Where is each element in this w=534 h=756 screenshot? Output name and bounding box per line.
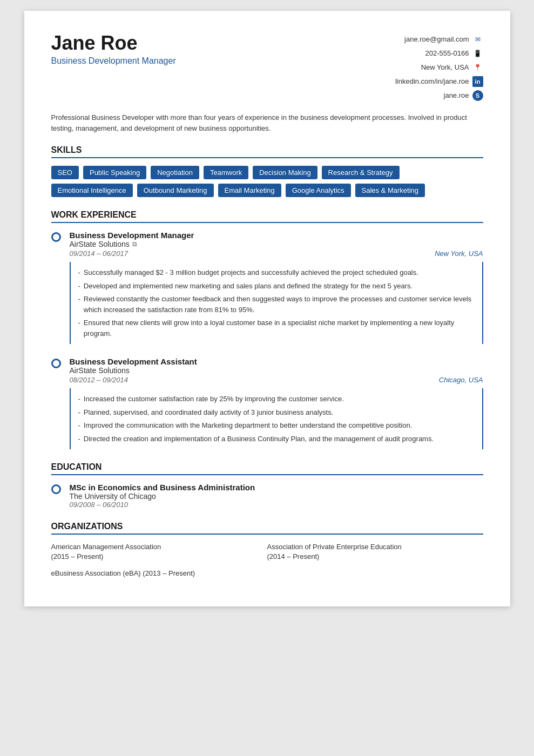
job-bullets: -Increased the customer satisfaction rat… (70, 388, 483, 449)
email-row: jane.roe@gmail.com ✉ (395, 32, 483, 46)
skill-tag: Google Analytics (286, 184, 351, 197)
job-bullet: -Increased the customer satisfaction rat… (78, 394, 475, 404)
phone-row: 202-555-0166 📱 (395, 46, 483, 60)
edu-degree: MSc in Economics and Business Administra… (70, 483, 255, 492)
job-content: Business Development AssistantAirState S… (70, 357, 483, 449)
bullet-text: Increased the customer satisfaction rate… (84, 394, 344, 404)
bullet-text: Reviewed constantly the customer feedbac… (84, 294, 475, 315)
skype-row: jane.roe S (395, 89, 483, 103)
candidate-name: Jane Roe (51, 32, 176, 54)
job-location: New York, USA (435, 249, 483, 258)
job-dot (51, 359, 61, 368)
skill-tag: Research & Strategy (322, 166, 400, 179)
job-entry: Business Development ManagerAirState Sol… (51, 231, 483, 344)
skype-icon: S (472, 90, 483, 101)
location-icon: 📍 (472, 62, 483, 73)
phone-icon: 📱 (472, 48, 483, 59)
resume-document: Jane Roe Business Development Manager ja… (24, 11, 510, 606)
jobs-container: Business Development ManagerAirState Sol… (51, 231, 483, 449)
bullet-dash: - (78, 294, 80, 315)
bullet-dash: - (78, 267, 80, 278)
external-link-icon: ⧉ (132, 240, 137, 248)
education-section: EDUCATION MSc in Economics and Business … (51, 462, 483, 509)
email-text: jane.roe@gmail.com (404, 32, 469, 46)
header-left: Jane Roe Business Development Manager (51, 32, 176, 66)
skype-text: jane.roe (444, 89, 469, 103)
job-bullet: -Reviewed constantly the customer feedba… (78, 294, 475, 315)
job-dates: 08/2012 – 09/2014 (70, 376, 128, 384)
location-text: New York, USA (421, 60, 469, 75)
edu-dot (51, 484, 61, 494)
skill-tag: Negotiation (151, 166, 199, 179)
work-experience-section: WORK EXPERIENCE Business Development Man… (51, 210, 483, 449)
skill-tag: Teamwork (204, 166, 248, 179)
edu-container: MSc in Economics and Business Administra… (51, 483, 483, 509)
job-company: AirState Solutions⧉ (70, 240, 483, 248)
bullet-dash: - (78, 434, 80, 444)
linkedin-row: linkedin.com/in/jane.roe in (395, 75, 483, 89)
skill-tag: Outbound Marketing (137, 184, 214, 197)
linkedin-text: linkedin.com/in/jane.roe (395, 75, 469, 89)
linkedin-icon: in (472, 76, 483, 87)
education-title: EDUCATION (51, 462, 483, 475)
contact-info: jane.roe@gmail.com ✉ 202-555-0166 📱 New … (395, 32, 483, 103)
skill-tag: Decision Making (253, 166, 317, 179)
job-entry: Business Development AssistantAirState S… (51, 357, 483, 449)
edu-content: MSc in Economics and Business Administra… (70, 483, 255, 509)
org-item: Association of Private Enterprise Educat… (267, 542, 483, 562)
bullet-dash: - (78, 407, 80, 418)
edu-school: The University of Chicago (70, 492, 255, 501)
email-icon: ✉ (472, 34, 483, 45)
bullet-text: Planned, supervised, and coordinated dai… (84, 407, 334, 418)
job-bullet: -Ensured that new clients will grow into… (78, 318, 475, 339)
orgs-col1: American Management Association(2015 – P… (51, 542, 267, 569)
job-dates-row: 08/2012 – 09/2014Chicago, USA (70, 376, 483, 384)
skill-tag: Emotional Intelligence (51, 184, 133, 197)
header-section: Jane Roe Business Development Manager ja… (51, 32, 483, 103)
job-dates-row: 09/2014 – 06/2017New York, USA (70, 249, 483, 258)
job-bullet: -Improved the communication with the Mar… (78, 420, 475, 431)
edu-dates: 09/2008 – 06/2010 (70, 501, 255, 509)
skills-tags-container: SEOPublic SpeakingNegotiationTeamworkDec… (51, 166, 483, 197)
bullet-dash: - (78, 420, 80, 431)
bullet-text: Directed the creation and implementation… (84, 434, 434, 444)
job-dot-col (51, 231, 61, 344)
bullet-text: Ensured that new clients will grow into … (84, 318, 475, 339)
candidate-title: Business Development Manager (51, 56, 176, 66)
job-bullet: -Successfully managed $2 - 3 million bud… (78, 267, 475, 278)
job-company: AirState Solutions (70, 366, 483, 375)
edu-dot-col (51, 483, 61, 509)
summary-text: Professional Business Developer with mor… (51, 113, 467, 132)
job-dot-col (51, 357, 61, 449)
org-item: American Management Association(2015 – P… (51, 542, 267, 562)
bullet-dash: - (78, 281, 80, 292)
bullet-text: Developed and implemented new marketing … (84, 281, 413, 292)
skill-tag: SEO (51, 166, 79, 179)
org-item-full: eBusiness Association (eBA) (2013 – Pres… (51, 569, 483, 577)
job-bullets: -Successfully managed $2 - 3 million bud… (70, 262, 483, 344)
job-bullet: -Planned, supervised, and coordinated da… (78, 407, 475, 418)
bullet-text: Improved the communication with the Mark… (84, 420, 412, 431)
edu-entry: MSc in Economics and Business Administra… (51, 483, 483, 509)
skill-tag: Sales & Marketing (355, 184, 425, 197)
job-bullet: -Directed the creation and implementatio… (78, 434, 475, 444)
bullet-text: Successfully managed $2 - 3 million budg… (84, 267, 418, 278)
orgs-col2: Association of Private Enterprise Educat… (267, 542, 483, 569)
skills-section: SKILLS SEOPublic SpeakingNegotiationTeam… (51, 145, 483, 197)
work-title: WORK EXPERIENCE (51, 210, 483, 223)
orgs-title: ORGANIZATIONS (51, 522, 483, 535)
job-content: Business Development ManagerAirState Sol… (70, 231, 483, 344)
organizations-section: ORGANIZATIONS American Management Associ… (51, 522, 483, 577)
job-dates: 09/2014 – 06/2017 (70, 249, 128, 258)
bullet-dash: - (78, 318, 80, 339)
job-dot (51, 232, 61, 242)
skill-tag: Public Speaking (83, 166, 146, 179)
skill-tag: Email Marketing (218, 184, 281, 197)
orgs-full-width: eBusiness Association (eBA) (2013 – Pres… (51, 569, 483, 577)
job-bullet: -Developed and implemented new marketing… (78, 281, 475, 292)
job-title: Business Development Assistant (70, 357, 483, 366)
summary-section: Professional Business Developer with mor… (51, 112, 483, 133)
job-title: Business Development Manager (70, 231, 483, 240)
location-row: New York, USA 📍 (395, 60, 483, 75)
orgs-grid: American Management Association(2015 – P… (51, 542, 483, 569)
